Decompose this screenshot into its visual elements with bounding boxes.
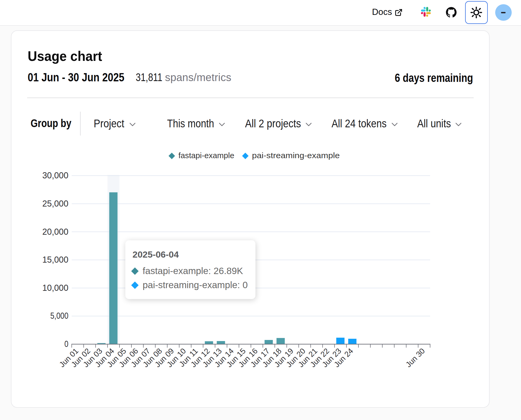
svg-text:15,000: 15,000 [42,255,68,264]
svg-text:5,000: 5,000 [50,311,68,321]
svg-text:Jun 30: Jun 30 [404,347,426,369]
svg-text:25,000: 25,000 [42,199,68,208]
svg-text:30,000: 30,000 [42,170,68,180]
svg-text:fastapi-example: fastapi-example [179,151,234,160]
svg-text:pai-streaming-example: pai-streaming-example [252,151,340,160]
svg-text:10,000: 10,000 [42,283,68,293]
svg-text:0: 0 [64,339,68,349]
svg-text:20,000: 20,000 [42,227,68,237]
